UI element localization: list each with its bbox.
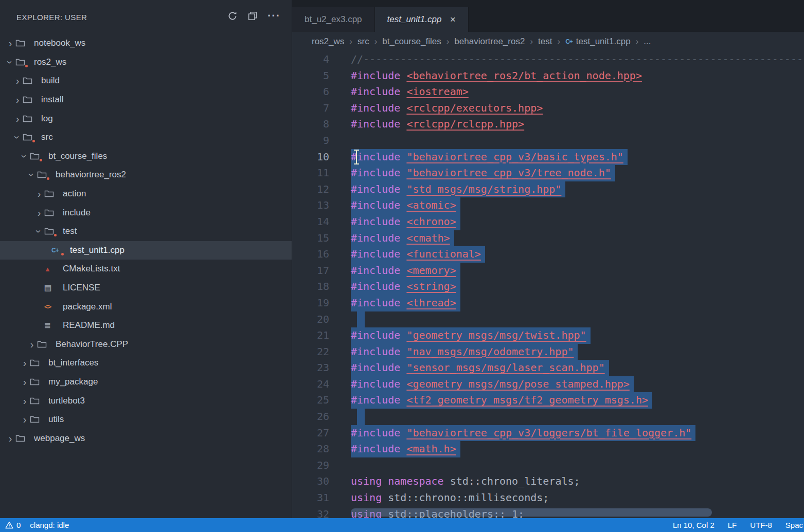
eol-indicator[interactable]: LF <box>728 521 737 529</box>
tree-folder-include[interactable]: ›include <box>0 203 292 222</box>
tree-folder-action[interactable]: ›action <box>0 185 292 204</box>
code-line[interactable]: 29 <box>292 457 804 474</box>
tab-bar: bt_u2_ex3.cpptest_unit1.cpp× <box>292 0 804 32</box>
code-line[interactable]: 19#include <thread> <box>292 295 804 311</box>
tree-folder-ros2-ws[interactable]: ›ros2_ws <box>0 53 292 72</box>
breadcrumb-item-[interactable]: ... <box>644 36 651 47</box>
tree-item-label: install <box>41 95 63 105</box>
tree-file-cmakelists-txt[interactable]: ▲CMakeLists.txt <box>0 260 292 279</box>
chevron-icon[interactable]: › <box>20 414 30 425</box>
code-line[interactable]: 28#include <math.h> <box>292 441 804 457</box>
indentation-indicator[interactable]: Spac <box>785 521 803 529</box>
code-line[interactable]: 31using std::chrono::milliseconds; <box>292 490 804 506</box>
tab-test-unit1-cpp[interactable]: test_unit1.cpp× <box>375 7 469 32</box>
tree-folder-bt-course-files[interactable]: ›bt_course_files <box>0 147 292 166</box>
code-line[interactable]: 9 <box>292 133 804 149</box>
tree-folder-utils[interactable]: ›utils <box>0 410 292 429</box>
line-number: 24 <box>292 376 329 393</box>
code-line[interactable]: 5#include <behaviortree_ros2/bt_action_n… <box>292 68 804 84</box>
code-text: #include "behaviortree_cpp_v3/tree_node.… <box>351 165 615 181</box>
refresh-button[interactable] <box>227 11 238 23</box>
code-line[interactable]: 12#include "std_msgs/msg/string.hpp" <box>292 181 804 198</box>
tree-folder-behaviortree-cpp[interactable]: ›BehaviorTree.CPP <box>0 335 292 354</box>
chevron-icon[interactable]: › <box>34 208 44 218</box>
code-line[interactable]: 7#include <rclcpp/executors.hpp> <box>292 100 804 117</box>
tree-file-test-unit1-cpp[interactable]: C+test_unit1.cpp <box>0 241 292 260</box>
tree-folder-my-package[interactable]: ›my_package <box>0 373 292 392</box>
tab-bt-u2-ex3-cpp[interactable]: bt_u2_ex3.cpp <box>292 7 375 32</box>
code-line[interactable]: 30using namespace std::chrono_literals; <box>292 473 804 490</box>
chevron-icon[interactable]: › <box>27 170 37 180</box>
code-line[interactable]: 17#include <memory> <box>292 263 804 279</box>
chevron-icon[interactable]: › <box>20 358 30 368</box>
chevron-icon[interactable]: › <box>20 377 30 387</box>
code-line[interactable]: 27#include "behaviortree_cpp_v3/loggers/… <box>292 425 804 442</box>
more-actions-button[interactable]: ··· <box>267 12 280 22</box>
tree-folder-test[interactable]: ›test <box>0 222 292 241</box>
collapse-folders-button[interactable] <box>248 11 257 23</box>
folder-icon <box>15 433 29 444</box>
breadcrumb-item-ros2-ws[interactable]: ros2_ws <box>312 36 344 47</box>
code-editor[interactable]: 4//-------------------------------------… <box>292 51 804 518</box>
close-icon[interactable]: × <box>450 15 455 24</box>
code-line[interactable]: 16#include <functional> <box>292 246 804 263</box>
code-line[interactable]: 23#include "sensor_msgs/msg/laser_scan.h… <box>292 360 804 376</box>
code-line[interactable]: 15#include <cmath> <box>292 230 804 247</box>
code-line[interactable]: 13#include <atomic> <box>292 197 804 214</box>
tree-file-package-xml[interactable]: <>package.xml <box>0 297 292 316</box>
code-line[interactable]: 11#include "behaviortree_cpp_v3/tree_nod… <box>292 165 804 181</box>
code-line[interactable]: 25#include <tf2_geometry_msgs/tf2_geomet… <box>292 392 804 409</box>
breadcrumb-item-src[interactable]: src <box>358 36 369 47</box>
chevron-icon[interactable]: › <box>5 38 15 48</box>
tree-file-license[interactable]: ▤LICENSE <box>0 279 292 298</box>
chevron-icon[interactable]: › <box>34 189 44 199</box>
line-number: 17 <box>292 263 329 279</box>
chevron-icon[interactable]: › <box>12 114 23 124</box>
clangd-status[interactable]: clangd: idle <box>30 521 69 529</box>
tree-folder-webpage-ws[interactable]: ›webpage_ws <box>0 429 292 448</box>
tree-file-readme-md[interactable]: ≣README.md <box>0 316 292 335</box>
code-line[interactable]: 24#include <geometry_msgs/msg/pose_stamp… <box>292 376 804 393</box>
encoding-indicator[interactable]: UTF-8 <box>750 521 772 529</box>
code-line[interactable]: 14#include <chrono> <box>292 214 804 230</box>
tree-folder-install[interactable]: ›install <box>0 90 292 109</box>
chevron-icon[interactable]: › <box>12 76 23 86</box>
problems-indicator[interactable]: 0 <box>5 521 21 529</box>
tree-folder-build[interactable]: ›build <box>0 71 292 90</box>
code-text <box>357 409 365 425</box>
code-line[interactable]: 20 <box>292 311 804 328</box>
chevron-icon[interactable]: › <box>34 226 44 236</box>
cursor-position[interactable]: Ln 10, Col 2 <box>673 521 714 529</box>
code-token: <chrono> <box>406 215 456 228</box>
line-number: 29 <box>292 457 329 474</box>
code-line[interactable]: 6#include <iostream> <box>292 84 804 100</box>
tree-folder-behaviortree-ros2[interactable]: ›behaviortree_ros2 <box>0 166 292 185</box>
breadcrumb-item-bt-course-files[interactable]: bt_course_files <box>382 36 441 47</box>
code-line[interactable]: 8#include <rclcpp/rclcpp.hpp> <box>292 116 804 133</box>
code-token: "behaviortree_cpp_v3/loggers/bt_file_log… <box>406 427 691 439</box>
breadcrumb-item-test[interactable]: test <box>538 36 552 47</box>
chevron-icon[interactable]: › <box>20 396 30 406</box>
breadcrumb-item-behaviortree-ros2[interactable]: behaviortree_ros2 <box>454 36 525 47</box>
tree-folder-bt-interfaces[interactable]: ›bt_interfaces <box>0 354 292 373</box>
chevron-icon[interactable]: › <box>27 339 37 350</box>
code-line[interactable]: 21#include "geometry_msgs/msg/twist.hpp" <box>292 327 804 344</box>
code-text: #include <behaviortree_ros2/bt_action_no… <box>351 68 642 84</box>
chevron-icon[interactable]: › <box>5 57 15 67</box>
chevron-icon[interactable]: › <box>20 151 30 161</box>
line-number: 26 <box>292 409 329 425</box>
tree-folder-src[interactable]: ›src <box>0 128 292 147</box>
breadcrumb-item-test-unit1-cpp[interactable]: C+test_unit1.cpp <box>565 36 631 47</box>
horizontal-scrollbar[interactable] <box>351 508 712 517</box>
chevron-icon[interactable]: › <box>12 95 23 105</box>
chevron-icon[interactable]: › <box>5 433 15 444</box>
code-line[interactable]: 26 <box>292 409 804 425</box>
tree-folder-notebook-ws[interactable]: ›notebook_ws <box>0 34 292 53</box>
code-line[interactable]: 18#include <string> <box>292 279 804 295</box>
code-line[interactable]: 22#include "nav_msgs/msg/odometry.hpp" <box>292 344 804 360</box>
code-line[interactable]: 4//-------------------------------------… <box>292 51 804 68</box>
tree-folder-turtlebot3[interactable]: ›turtlebot3 <box>0 391 292 410</box>
tree-folder-log[interactable]: ›log <box>0 109 292 128</box>
code-line[interactable]: 10#include "behaviortree_cpp_v3/basic_ty… <box>292 149 804 166</box>
chevron-icon[interactable]: › <box>12 132 23 142</box>
